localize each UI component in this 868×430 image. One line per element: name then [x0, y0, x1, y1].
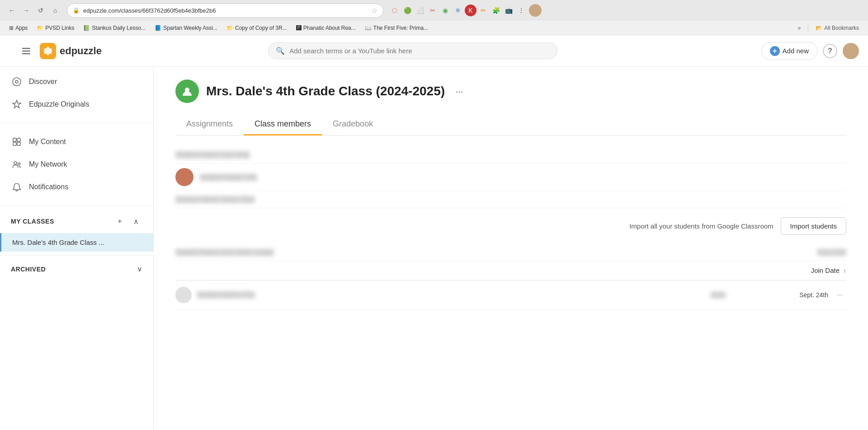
sidebar: Discover Edpuzzle Originals [0, 67, 154, 430]
class-avatar [175, 79, 199, 103]
member-extra-4: Extra Info [817, 248, 846, 256]
ext-puzzle-icon[interactable]: ⬡ [389, 5, 401, 16]
archived-toggle-icon: ∨ [137, 265, 142, 273]
user-profile-avatar[interactable] [529, 4, 542, 17]
search-input[interactable] [289, 47, 550, 55]
bookmark-star-icon[interactable]: ☆ [371, 6, 377, 15]
sort-arrow-icon[interactable]: ↑ [844, 267, 847, 274]
edpuzzle-logo[interactable]: edpuzzle [40, 43, 102, 59]
all-bookmarks-label: All Bookmarks [824, 25, 859, 31]
ext-cast-icon[interactable]: 📺 [503, 5, 514, 16]
sidebar-item-originals[interactable]: Edpuzzle Originals [0, 93, 153, 116]
table-row-1: Student Name Five Extra Sept. 24th ··· [175, 280, 846, 310]
ext-green-icon[interactable]: ◉ [439, 5, 451, 16]
sidebar-item-my-network[interactable]: My Network [0, 153, 153, 176]
svg-rect-1 [22, 51, 30, 51]
table-row-extra-1: Extra [711, 291, 774, 299]
import-students-button[interactable]: Import students [781, 217, 846, 235]
sidebar-item-notifications[interactable]: Notifications [0, 176, 153, 198]
add-new-label: Add new [783, 47, 809, 55]
bookmark-doc-icon-spartan: 📘 [155, 25, 161, 31]
svg-point-9 [14, 162, 17, 164]
tab-assignments[interactable]: Assignments [175, 114, 244, 136]
member-row-4: Student Name Four Here Longer Extra Info [175, 244, 846, 261]
table-row-date-1: Sept. 24th [774, 291, 828, 299]
class-title: Mrs. Dale's 4th Grade Class (2024-2025) [206, 84, 445, 98]
tab-gradebook[interactable]: Gradebook [322, 114, 384, 136]
bookmark-icon-phanatic: 🅿 [296, 25, 302, 31]
bookmark-copy3r[interactable]: 📁 Copy of Copy of 3R... [223, 23, 291, 33]
bookmarks-more-button[interactable]: » [794, 23, 805, 33]
browser-titlebar: ← → ↺ ⌂ 🔒 edpuzzle.com/classes/66f3762d6… [0, 0, 868, 21]
table-row-menu-button-1[interactable]: ··· [834, 289, 846, 301]
sidebar-nav: Discover Edpuzzle Originals [0, 67, 153, 119]
ext-clip-icon[interactable]: ✂ [427, 5, 439, 16]
members-list: Student Name One Here Student Name Two S… [175, 146, 846, 310]
sidebar-content-nav: My Content My Network [0, 127, 153, 202]
active-class-item[interactable]: Mrs. Dale's 4th Grade Class ... [0, 233, 153, 252]
svg-rect-2 [22, 53, 30, 54]
home-button[interactable]: ⌂ [49, 4, 61, 17]
add-new-button[interactable]: + Add new [761, 42, 817, 60]
ext-screen-icon[interactable]: ⬜ [414, 5, 426, 16]
apps-grid-icon: ⊞ [9, 25, 14, 31]
bookmark-spartan[interactable]: 📘 Spartan Weekly Assi... [151, 23, 221, 33]
add-class-button[interactable]: + [113, 215, 126, 228]
refresh-button[interactable]: ↺ [34, 4, 47, 17]
bookmark-pvsd[interactable]: 📁 PVSD Links [33, 23, 78, 33]
ext-k-icon[interactable]: K [465, 5, 476, 16]
extension-icons: ⬡ 🟢 ⬜ ✂ ◉ ❄ K ✏ 🧩 📺 ⋮ [389, 5, 527, 16]
my-classes-actions: + ∧ [113, 215, 142, 228]
help-button[interactable]: ? [823, 44, 837, 58]
logo-puzzle-icon [40, 43, 56, 59]
bookmarks-folder-icon: 📂 [816, 25, 822, 31]
svg-rect-0 [22, 48, 30, 49]
app-container: edpuzzle 🔍 + Add new ? [0, 35, 868, 430]
table-header: Join Date ↑ [175, 261, 846, 280]
tabs-container: Assignments Class members Gradebook [175, 114, 846, 136]
top-bar: edpuzzle 🔍 + Add new ? [0, 35, 868, 67]
bookmark-folder-icon-copy3r: 📁 [226, 25, 233, 31]
my-network-icon [11, 159, 23, 170]
svg-rect-5 [13, 138, 16, 141]
archived-section[interactable]: ARCHIVED ∨ [0, 259, 153, 279]
bookmark-apps[interactable]: ⊞ Apps [5, 23, 31, 33]
table-row-avatar-1 [175, 287, 192, 303]
svg-point-3 [13, 78, 21, 86]
class-header: Mrs. Dale's 4th Grade Class (2024-2025) … [175, 79, 846, 103]
ext-snowflake-icon[interactable]: ❄ [452, 5, 464, 16]
search-bar[interactable]: 🔍 [268, 42, 557, 59]
bookmark-phanatic[interactable]: 🅿 Phanatic About Rea... [292, 23, 359, 33]
tab-class-members[interactable]: Class members [244, 114, 322, 136]
sidebar-item-my-content[interactable]: My Content [0, 131, 153, 153]
bookmark-stankus[interactable]: 📗 Stankus Daily Lesso... [80, 23, 149, 33]
address-text: edpuzzle.com/classes/66f3762d60f5eb4e3bf… [83, 7, 368, 14]
ext-puzzle2-icon[interactable]: 🧩 [490, 5, 502, 16]
collapse-classes-button[interactable]: ∧ [130, 215, 142, 228]
logo-text: edpuzzle [60, 45, 102, 57]
all-bookmarks-button[interactable]: 📂 All Bookmarks [812, 23, 863, 33]
ext-menu-icon[interactable]: ⋮ [515, 5, 527, 16]
hamburger-menu-button[interactable] [18, 43, 34, 59]
browser-chrome: ← → ↺ ⌂ 🔒 edpuzzle.com/classes/66f3762d6… [0, 0, 868, 35]
ext-kahoot-icon[interactable]: 🟢 [401, 5, 413, 16]
back-button[interactable]: ← [5, 4, 18, 17]
member-name-3: Student Name Three Here [175, 196, 255, 203]
sidebar-item-discover[interactable]: Discover [0, 70, 153, 93]
import-section: Import all your students from Google Cla… [175, 208, 846, 244]
class-menu-button[interactable]: ··· [452, 84, 467, 98]
member-row-2: Student Name Two [175, 164, 846, 191]
svg-point-10 [18, 163, 20, 165]
address-bar[interactable]: 🔒 edpuzzle.com/classes/66f3762d60f5eb4e3… [67, 4, 383, 18]
nav-divider-1 [0, 123, 153, 123]
member-name-2: Student Name Two [200, 173, 257, 181]
bookmark-firstfive[interactable]: 📖 The First Five: Prima... [361, 23, 432, 33]
bookmark-icon-firstfive: 📖 [365, 25, 372, 31]
my-classes-header: MY CLASSES + ∧ [0, 210, 153, 233]
user-avatar[interactable] [843, 43, 859, 59]
nav-divider-3 [0, 255, 153, 256]
import-text: Import all your students from Google Cla… [629, 222, 773, 230]
archived-label: ARCHIVED [11, 266, 137, 273]
ext-pen-icon[interactable]: ✏ [477, 5, 489, 16]
forward-button[interactable]: → [20, 4, 33, 17]
